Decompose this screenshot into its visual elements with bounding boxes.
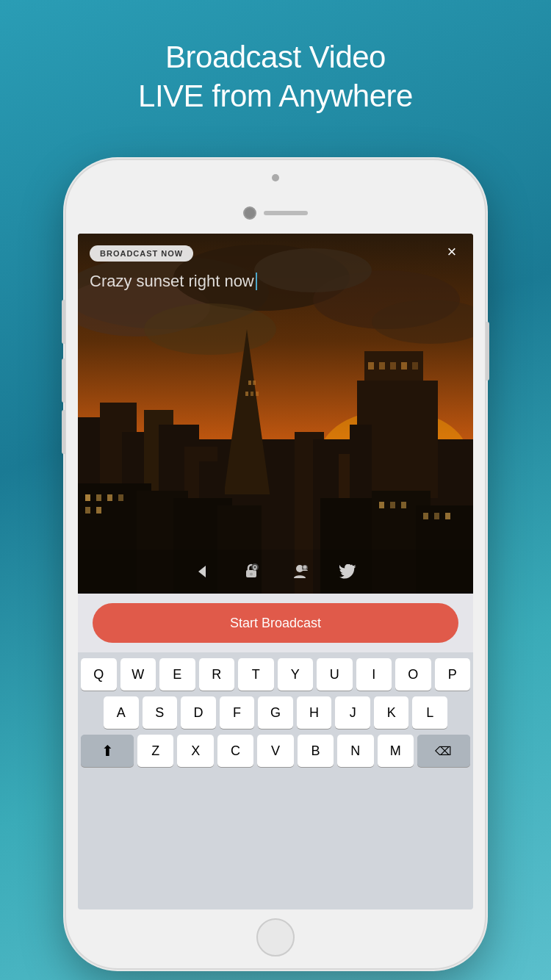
key-M[interactable]: M bbox=[378, 735, 414, 767]
key-U[interactable]: U bbox=[317, 658, 353, 691]
phone-speaker bbox=[264, 211, 308, 215]
phone-screen: BROADCAST NOW × Crazy sunset right now bbox=[78, 234, 473, 909]
svg-rect-22 bbox=[248, 381, 251, 385]
phone-dot bbox=[272, 174, 279, 181]
svg-rect-14 bbox=[379, 362, 385, 370]
svg-rect-54 bbox=[401, 502, 406, 508]
broadcast-title-input[interactable]: Crazy sunset right now bbox=[90, 272, 436, 291]
key-Q[interactable]: Q bbox=[81, 658, 117, 691]
svg-rect-24 bbox=[245, 392, 248, 396]
key-E[interactable]: E bbox=[159, 658, 195, 691]
location-lock-icon[interactable] bbox=[238, 558, 264, 585]
svg-rect-56 bbox=[434, 513, 439, 519]
start-broadcast-label: Start Broadcast bbox=[230, 616, 321, 631]
start-broadcast-button[interactable]: Start Broadcast bbox=[93, 603, 458, 643]
icons-row bbox=[78, 550, 473, 594]
key-Y[interactable]: Y bbox=[278, 658, 314, 691]
svg-point-60 bbox=[250, 573, 253, 576]
shift-key[interactable]: ⬆ bbox=[81, 735, 134, 767]
phone-shell: BROADCAST NOW × Crazy sunset right now bbox=[66, 160, 485, 968]
key-D[interactable]: D bbox=[181, 696, 216, 729]
close-button[interactable]: × bbox=[441, 241, 463, 263]
back-arrow-icon[interactable] bbox=[190, 558, 216, 585]
keyboard-row-3: ⬆ Z X C V B N M ⌫ bbox=[81, 735, 470, 767]
twitter-icon[interactable] bbox=[335, 558, 361, 585]
key-R[interactable]: R bbox=[199, 658, 235, 691]
svg-rect-50 bbox=[85, 507, 90, 514]
key-F[interactable]: F bbox=[220, 696, 255, 729]
svg-rect-47 bbox=[96, 494, 101, 501]
key-G[interactable]: G bbox=[258, 696, 293, 729]
key-C[interactable]: C bbox=[217, 735, 253, 767]
key-W[interactable]: W bbox=[120, 658, 156, 691]
key-Z[interactable]: Z bbox=[137, 735, 173, 767]
svg-rect-13 bbox=[368, 362, 374, 370]
svg-rect-51 bbox=[96, 507, 101, 514]
svg-point-62 bbox=[254, 566, 256, 569]
video-area: BROADCAST NOW × Crazy sunset right now bbox=[78, 234, 473, 594]
key-V[interactable]: V bbox=[257, 735, 293, 767]
keyboard-row-2: A S D F G H J K L bbox=[81, 696, 470, 729]
svg-rect-16 bbox=[401, 362, 407, 370]
keyboard-row-1: Q W E R T Y U I O P bbox=[81, 658, 470, 691]
delete-key[interactable]: ⌫ bbox=[417, 735, 470, 767]
key-S[interactable]: S bbox=[143, 696, 178, 729]
keyboard: Q W E R T Y U I O P A S D F bbox=[78, 652, 473, 909]
key-H[interactable]: H bbox=[297, 696, 332, 729]
key-A[interactable]: A bbox=[104, 696, 139, 729]
svg-rect-53 bbox=[390, 502, 395, 508]
home-button[interactable] bbox=[256, 918, 295, 956]
text-cursor bbox=[256, 273, 257, 290]
svg-rect-26 bbox=[256, 392, 259, 396]
key-B[interactable]: B bbox=[298, 735, 334, 767]
contacts-icon[interactable] bbox=[287, 558, 313, 585]
svg-point-8 bbox=[144, 303, 276, 355]
svg-rect-25 bbox=[251, 392, 253, 396]
svg-rect-57 bbox=[445, 513, 450, 519]
title-text: Crazy sunset right now bbox=[90, 272, 254, 291]
key-N[interactable]: N bbox=[337, 735, 373, 767]
svg-rect-48 bbox=[107, 494, 112, 501]
headline: Broadcast Video LIVE from Anywhere bbox=[0, 38, 551, 115]
svg-rect-55 bbox=[423, 513, 428, 519]
svg-point-65 bbox=[303, 566, 307, 569]
key-K[interactable]: K bbox=[374, 696, 409, 729]
headline-line1: Broadcast Video bbox=[0, 38, 551, 77]
key-T[interactable]: T bbox=[238, 658, 274, 691]
svg-rect-46 bbox=[85, 494, 90, 501]
broadcast-badge: BROADCAST NOW bbox=[90, 245, 193, 262]
key-O[interactable]: O bbox=[395, 658, 431, 691]
svg-rect-52 bbox=[379, 502, 384, 508]
start-button-area: Start Broadcast bbox=[78, 594, 473, 652]
svg-rect-15 bbox=[390, 362, 396, 370]
key-P[interactable]: P bbox=[435, 658, 471, 691]
svg-rect-49 bbox=[118, 494, 123, 501]
svg-rect-17 bbox=[412, 362, 418, 370]
key-I[interactable]: I bbox=[356, 658, 392, 691]
key-L[interactable]: L bbox=[412, 696, 447, 729]
key-X[interactable]: X bbox=[177, 735, 213, 767]
svg-marker-58 bbox=[198, 566, 206, 577]
key-J[interactable]: J bbox=[335, 696, 370, 729]
headline-line2: LIVE from Anywhere bbox=[0, 77, 551, 116]
phone-top bbox=[66, 160, 485, 234]
phone-camera bbox=[243, 206, 256, 220]
svg-rect-23 bbox=[253, 381, 256, 385]
